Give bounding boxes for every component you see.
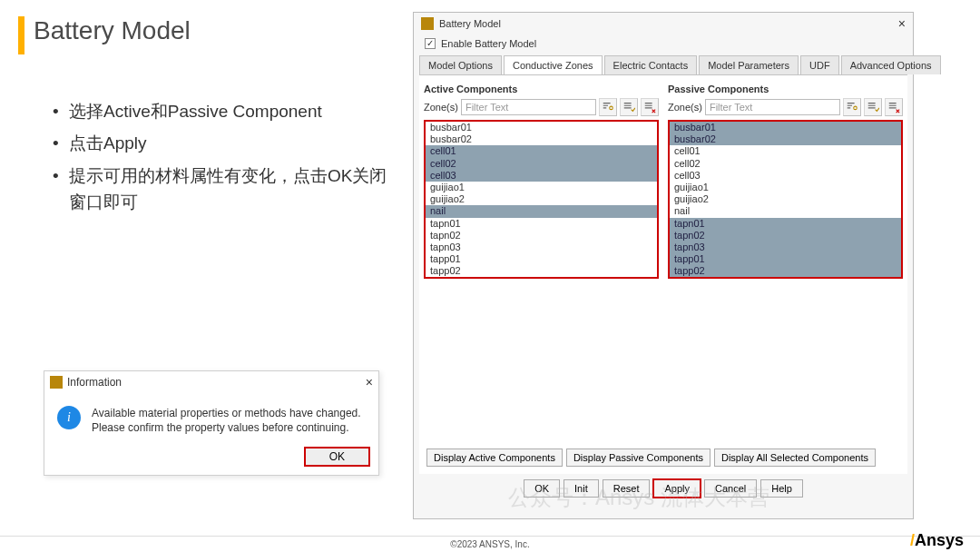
passive-filter-input[interactable]: Filter Text (705, 99, 840, 115)
list-item[interactable]: busbar01 (426, 122, 657, 133)
list-item[interactable]: tapp01 (426, 253, 657, 265)
list-item[interactable]: tapp01 (670, 253, 901, 265)
reset-button[interactable]: Reset (603, 479, 651, 498)
list-item[interactable]: cell02 (670, 158, 901, 170)
tab-udf[interactable]: UDF (800, 55, 839, 74)
list-item[interactable]: tapn01 (426, 218, 657, 230)
list-item[interactable]: cell01 (426, 145, 657, 157)
battery-app-icon (421, 17, 434, 30)
deselect-all-icon[interactable] (885, 98, 903, 116)
bullet-item: 提示可用的材料属性有变化，点击OK关闭窗口即可 (51, 163, 396, 216)
battery-dialog-title: Battery Model (439, 18, 501, 29)
info-ok-button[interactable]: OK (305, 448, 369, 466)
list-item[interactable]: tapn03 (426, 242, 657, 253)
help-button[interactable]: Help (760, 479, 803, 498)
list-item[interactable]: tapn02 (670, 230, 901, 242)
display-all-button[interactable]: Display All Selected Components (714, 448, 876, 467)
apply-button[interactable]: Apply (653, 479, 701, 498)
tab-bar: Model Options Conductive Zones Electric … (414, 55, 913, 74)
list-item[interactable]: cell02 (426, 158, 657, 170)
title-accent-bar (18, 16, 24, 54)
deselect-all-icon[interactable] (641, 98, 659, 116)
svg-point-1 (854, 106, 858, 110)
cancel-button[interactable]: Cancel (704, 479, 757, 498)
info-line-1: Available material properties or methods… (92, 406, 361, 420)
active-components-title: Active Components (424, 84, 659, 94)
info-dialog-title: Information (67, 376, 122, 389)
list-item[interactable]: cell03 (670, 170, 901, 182)
list-item[interactable]: tapp02 (670, 265, 901, 277)
information-dialog: Information × i Available material prope… (44, 370, 379, 476)
tab-advanced-options[interactable]: Advanced Options (841, 55, 941, 74)
zones-label: Zone(s) (424, 102, 458, 113)
zones-label: Zone(s) (668, 102, 702, 113)
passive-components-list[interactable]: busbar01busbar02cell01cell02cell03guijia… (668, 120, 903, 279)
battery-model-dialog: Battery Model × ✓ Enable Battery Model M… (413, 12, 914, 519)
battery-close-icon[interactable]: × (898, 16, 906, 31)
list-item[interactable]: cell01 (670, 145, 901, 157)
list-item[interactable]: nail (670, 205, 901, 217)
filter-sort-icon[interactable] (843, 98, 861, 116)
list-item[interactable]: tapp02 (426, 265, 657, 277)
copyright: ©2023 ANSYS, Inc. (0, 536, 980, 549)
list-item[interactable]: guijiao2 (426, 193, 657, 205)
ok-button[interactable]: OK (524, 479, 560, 498)
list-item[interactable]: busbar02 (426, 133, 657, 145)
list-item[interactable]: cell03 (426, 170, 657, 182)
filter-sort-icon[interactable] (599, 98, 617, 116)
list-item[interactable]: guijiao1 (670, 182, 901, 193)
list-item[interactable]: nail (426, 205, 657, 217)
tab-model-options[interactable]: Model Options (419, 55, 502, 74)
list-item[interactable]: guijiao1 (426, 182, 657, 193)
bullet-item: 点击Apply (51, 130, 396, 156)
tab-model-parameters[interactable]: Model Parameters (699, 55, 799, 74)
display-active-button[interactable]: Display Active Components (426, 448, 563, 467)
list-item[interactable]: tapn02 (426, 230, 657, 242)
list-item[interactable]: busbar02 (670, 133, 901, 145)
info-icon: i (57, 406, 81, 429)
active-components-list[interactable]: busbar01busbar02cell01cell02cell03guijia… (424, 120, 659, 279)
svg-point-0 (610, 106, 613, 110)
info-close-icon[interactable]: × (366, 375, 373, 389)
list-item[interactable]: guijiao2 (670, 193, 901, 205)
info-app-icon (50, 376, 63, 389)
enable-battery-checkbox[interactable]: ✓ (425, 38, 436, 49)
init-button[interactable]: Init (564, 479, 599, 498)
ansys-logo: /Ansys (910, 531, 964, 550)
select-all-icon[interactable] (864, 98, 882, 116)
select-all-icon[interactable] (620, 98, 638, 116)
info-line-2: Please confirm the property values befor… (92, 420, 361, 435)
display-passive-button[interactable]: Display Passive Components (566, 448, 710, 467)
bullet-list: 选择Active和Passive Component 点击Apply 提示可用的… (51, 98, 396, 222)
list-item[interactable]: tapn01 (670, 218, 901, 230)
list-item[interactable]: busbar01 (670, 122, 901, 133)
list-item[interactable]: tapn03 (670, 242, 901, 253)
enable-battery-label: Enable Battery Model (441, 38, 536, 49)
active-filter-input[interactable]: Filter Text (461, 99, 596, 115)
tab-conductive-zones[interactable]: Conductive Zones (504, 55, 603, 74)
tab-electric-contacts[interactable]: Electric Contacts (604, 55, 698, 74)
slide-title: Battery Model (34, 16, 191, 45)
bullet-item: 选择Active和Passive Component (51, 98, 396, 124)
passive-components-title: Passive Components (668, 84, 903, 94)
